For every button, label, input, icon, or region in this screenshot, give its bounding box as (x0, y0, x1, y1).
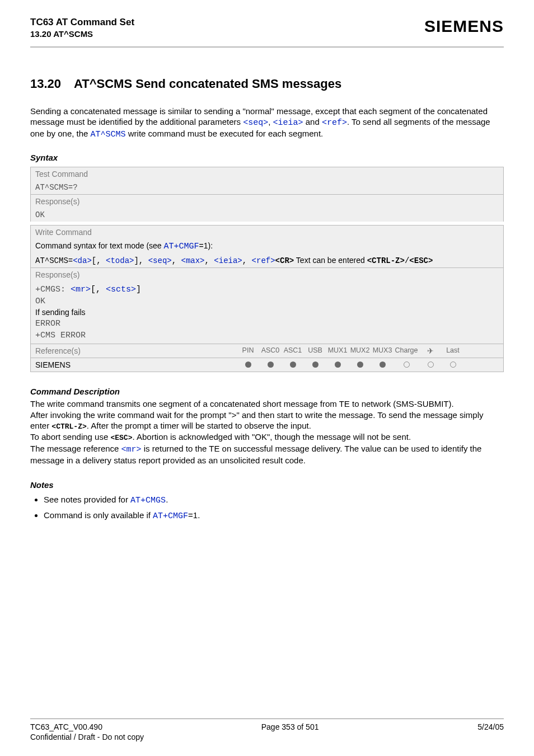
write-command-label: Write Command (31, 226, 503, 239)
link-at-cmgf2[interactable]: AT+CMGF (153, 511, 188, 521)
notes-list: See notes provided for AT+CMGS. Command … (30, 493, 504, 523)
param-da[interactable]: <da> (73, 256, 92, 265)
write-command-desc: Command syntax for text mode (see AT+CMG… (31, 239, 503, 253)
param-seq[interactable]: <seq> (243, 118, 268, 128)
brand-logo: SIEMENS (424, 17, 504, 36)
param-ieia[interactable]: <ieia> (273, 118, 303, 128)
test-command-syntax: AT^SCMS=? (31, 181, 503, 194)
footer-version: TC63_ATC_V00.490 (30, 722, 102, 731)
doc-subtitle: 13.20 AT^SCMS (30, 29, 134, 39)
param-ieia2[interactable]: <ieia> (214, 256, 242, 265)
dot-mux3 (380, 361, 386, 368)
link-at-cmgs[interactable]: AT+CMGS (130, 496, 166, 505)
intro-paragraph: Sending a concatenated message is simila… (30, 106, 504, 140)
footer-page: Page 353 of 501 (261, 722, 319, 731)
section-heading: 13.20AT^SCMS Send concatenated SMS messa… (30, 77, 504, 91)
param-max[interactable]: <max> (181, 256, 205, 265)
reference-name: SIEMENS (35, 360, 237, 369)
dot-mux2 (357, 361, 363, 368)
command-description-heading: Command Description (30, 387, 504, 396)
cmd-at-scms[interactable]: AT^SCMS (91, 130, 126, 139)
param-scts[interactable]: <scts> (106, 285, 136, 294)
write-command-syntax: AT^SCMS=<da>[, <toda>], <seq>, <max>, <i… (31, 253, 503, 267)
dot-airplane (428, 361, 434, 368)
dot-asc0 (268, 361, 274, 368)
param-mr2[interactable]: <mr> (121, 445, 142, 454)
footer-confidential: Confidential / Draft - Do not copy (30, 732, 504, 741)
test-command-label: Test Command (31, 167, 503, 181)
dot-mux1 (335, 361, 341, 368)
syntax-heading: Syntax (30, 153, 504, 162)
section-title: AT^SCMS Send concatenated SMS messages (74, 77, 341, 91)
dot-last (450, 361, 456, 368)
link-at-cmgf[interactable]: AT+CMGF (164, 242, 199, 251)
footer-date: 5/24/05 (477, 722, 504, 731)
airplane-icon: ✈ (419, 346, 442, 355)
dot-charge (404, 361, 410, 368)
note-1: See notes provided for AT+CMGS. (44, 493, 504, 507)
command-description: The write command transmits one segment … (30, 398, 504, 466)
param-toda[interactable]: <toda> (106, 256, 134, 265)
note-2: Command is only available if AT+CMGF=1. (44, 509, 504, 523)
dot-asc1 (290, 361, 296, 368)
param-ref[interactable]: <ref> (322, 118, 347, 128)
param-seq2[interactable]: <seq> (148, 256, 172, 265)
notes-heading: Notes (30, 480, 504, 490)
doc-title: TC63 AT Command Set (30, 17, 134, 28)
reference-dots (237, 360, 464, 369)
test-response-ok: OK (31, 208, 503, 222)
page-footer: TC63_ATC_V00.490 Page 353 of 501 5/24/05… (30, 719, 504, 741)
header-rule (30, 46, 504, 48)
dot-pin (245, 361, 251, 368)
param-mr[interactable]: <mr> (71, 285, 91, 294)
section-number: 13.20 (30, 77, 74, 91)
param-ref2[interactable]: <ref> (252, 256, 275, 265)
reference-columns: PIN ASC0 ASC1 USB MUX1 MUX2 MUX3 Charge … (237, 346, 464, 355)
references-label: Reference(s) (35, 346, 237, 355)
write-responses: +CMGS: <mr>[, <scts>] OK If sending fail… (31, 281, 503, 344)
write-responses-label: Response(s) (31, 268, 503, 281)
dot-usb (312, 361, 318, 368)
test-responses-label: Response(s) (31, 195, 503, 208)
